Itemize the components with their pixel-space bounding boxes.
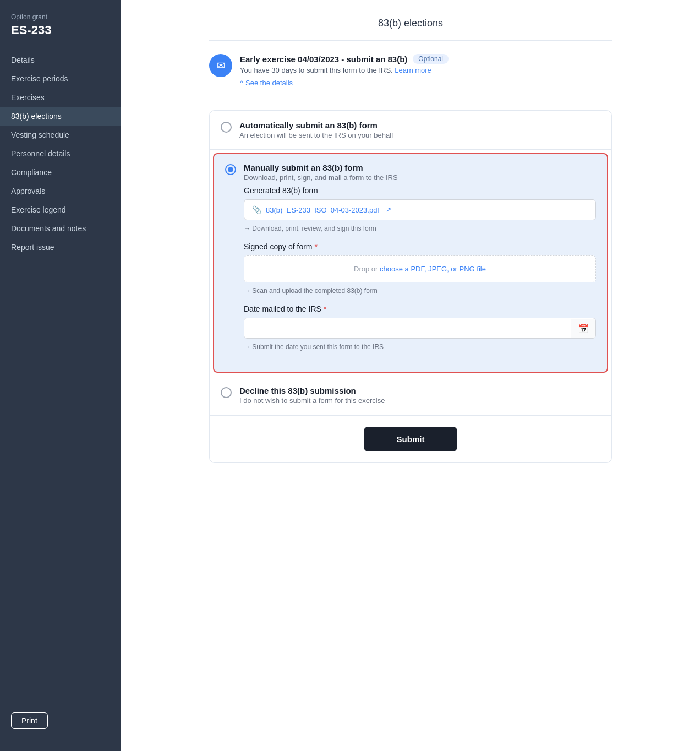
submit-button[interactable]: Submit: [364, 427, 458, 451]
required-star-2: *: [324, 304, 326, 313]
sidebar-item-exercise-legend[interactable]: Exercise legend: [0, 200, 121, 219]
generated-form-label: Generated 83(b) form: [244, 186, 596, 195]
alert-content: Early exercise 04/03/2023 - submit an 83…: [240, 54, 449, 88]
optional-badge: Optional: [413, 54, 449, 64]
alert-title-row: Early exercise 04/03/2023 - submit an 83…: [240, 54, 449, 64]
sidebar-item-documents-and-notes[interactable]: Documents and notes: [0, 219, 121, 238]
required-star-1: *: [315, 242, 318, 251]
option-auto-desc: An election will be sent to the IRS on y…: [239, 131, 600, 139]
date-input[interactable]: [244, 318, 571, 338]
grant-id: ES-233: [11, 23, 110, 37]
sidebar-item-report-issue[interactable]: Report issue: [0, 238, 121, 257]
manual-expanded: Generated 83(b) form 📎 83(b)_ES-233_ISO_…: [214, 186, 607, 372]
sidebar-item-approvals[interactable]: Approvals: [0, 182, 121, 200]
file-link-box: 📎 83(b)_ES-233_ISO_04-03-2023.pdf ↗: [244, 199, 596, 220]
option-decline-desc: I do not wish to submit a form for this …: [239, 396, 600, 405]
option-auto[interactable]: Automatically submit an 83(b) form An el…: [210, 111, 611, 150]
paperclip-icon: 📎: [252, 205, 261, 214]
grant-label: Option grant: [11, 13, 110, 21]
print-button[interactable]: Print: [11, 712, 48, 729]
sidebar-header: Option grant ES-233: [0, 13, 121, 51]
sidebar-nav: DetailsExercise periodsExercises83(b) el…: [0, 51, 121, 704]
sidebar-item-83b-elections[interactable]: 83(b) elections: [0, 107, 121, 126]
sidebar-item-details[interactable]: Details: [0, 51, 121, 69]
drop-zone[interactable]: Drop or choose a PDF, JPEG, or PNG file: [244, 255, 596, 282]
option-manual-desc: Download, print, sign, and mail a form t…: [244, 173, 596, 182]
option-manual-header[interactable]: Manually submit an 83(b) form Download, …: [214, 154, 607, 186]
see-details-toggle[interactable]: ^ See the details: [240, 79, 293, 87]
alert-title: Early exercise 04/03/2023 - submit an 83…: [240, 55, 407, 64]
date-hint: → Submit the date you sent this form to …: [244, 343, 596, 351]
generated-form-section: Generated 83(b) form 📎 83(b)_ES-233_ISO_…: [244, 186, 596, 232]
radio-manual-dot: [228, 167, 233, 172]
alert-row: ✉ Early exercise 04/03/2023 - submit an …: [209, 54, 612, 88]
submit-area: Submit: [210, 415, 611, 462]
options-wrapper: Automatically submit an 83(b) form An el…: [209, 110, 612, 463]
sidebar-footer: Print: [0, 704, 121, 738]
page-title: 83(b) elections: [209, 18, 612, 41]
date-mailed-section: Date mailed to the IRS * 📅 → Submit the …: [244, 304, 596, 351]
download-hint: → Download, print, review, and sign this…: [244, 225, 596, 232]
sidebar-item-exercises[interactable]: Exercises: [0, 88, 121, 107]
option-decline-title: Decline this 83(b) submission: [239, 386, 600, 395]
choose-file-link[interactable]: choose a PDF, JPEG, or PNG file: [380, 265, 486, 273]
option-decline[interactable]: Decline this 83(b) submission I do not w…: [210, 376, 611, 415]
calendar-button[interactable]: 📅: [571, 319, 595, 338]
date-mailed-label: Date mailed to the IRS *: [244, 304, 596, 313]
option-manual-title: Manually submit an 83(b) form: [244, 163, 596, 172]
radio-auto[interactable]: [221, 122, 232, 133]
radio-manual[interactable]: [225, 164, 236, 175]
radio-decline[interactable]: [221, 387, 232, 398]
sidebar: Option grant ES-233 DetailsExercise peri…: [0, 0, 121, 751]
signed-copy-section: Signed copy of form * Drop or choose a P…: [244, 242, 596, 295]
mail-icon: ✉: [209, 54, 232, 77]
alert-description: You have 30 days to submit this form to …: [240, 66, 449, 74]
sidebar-item-personnel-details[interactable]: Personnel details: [0, 144, 121, 163]
main-content: 83(b) elections ✉ Early exercise 04/03/2…: [121, 0, 700, 751]
option-manual-wrapper: Manually submit an 83(b) form Download, …: [213, 153, 608, 373]
option-auto-title: Automatically submit an 83(b) form: [239, 121, 600, 130]
pdf-link[interactable]: 83(b)_ES-233_ISO_04-03-2023.pdf: [266, 206, 379, 214]
upload-hint: → Scan and upload the completed 83(b) fo…: [244, 287, 596, 295]
sidebar-item-vesting-schedule[interactable]: Vesting schedule: [0, 126, 121, 144]
signed-copy-label: Signed copy of form *: [244, 242, 596, 251]
divider: [209, 99, 612, 99]
date-input-row: 📅: [244, 318, 596, 339]
learn-more-link[interactable]: Learn more: [395, 66, 431, 74]
sidebar-item-compliance[interactable]: Compliance: [0, 163, 121, 182]
external-link-icon[interactable]: ↗: [386, 206, 391, 214]
sidebar-item-exercise-periods[interactable]: Exercise periods: [0, 69, 121, 88]
